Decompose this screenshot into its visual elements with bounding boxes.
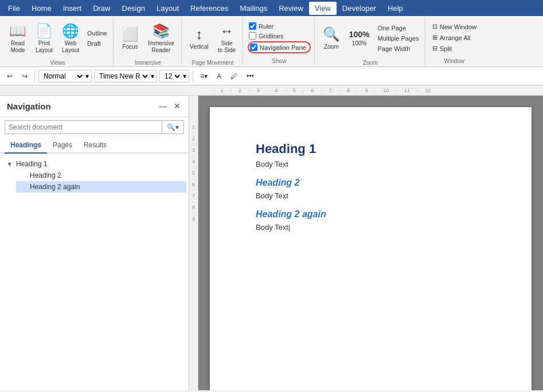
document-area[interactable]: Heading 1 Body Text Heading 2 Body Text …: [198, 96, 543, 390]
arrange-all-button[interactable]: ⊞ Arrange All: [430, 33, 479, 42]
draft-button[interactable]: Draft: [85, 39, 110, 48]
more-icon: •••: [247, 72, 254, 80]
size-selector[interactable]: 12 10 14 ▾: [159, 70, 189, 83]
navigation-pane-close-icon[interactable]: ✕: [173, 100, 182, 112]
window-small-buttons: ⊡ New Window ⊞ Arrange All ⊟ Split: [430, 22, 479, 53]
side-to-side-button[interactable]: ↔ Sideto Side: [214, 18, 239, 58]
web-layout-icon: 🌐: [62, 23, 79, 39]
redo-button[interactable]: ↪: [18, 71, 31, 81]
menu-insert[interactable]: Insert: [57, 2, 88, 15]
navigation-pane: Navigation — ✕ 🔍▾ Headings Pages Results…: [0, 96, 189, 390]
font-selector[interactable]: Times New R Calibri Arial ▾: [94, 70, 157, 83]
menu-developer[interactable]: Developer: [337, 2, 382, 15]
style-selector[interactable]: Normal Heading 1 Heading 2 ▾: [38, 70, 92, 83]
doc-body-2: Body Text: [256, 191, 486, 200]
new-window-button[interactable]: ⊡ New Window: [430, 22, 479, 32]
immersive-reader-button[interactable]: 📚 ImmersiveReader: [144, 18, 178, 58]
zoom-100-button[interactable]: 100% 100%: [346, 18, 373, 58]
menu-review[interactable]: Review: [273, 2, 309, 15]
undo-icon: ↩: [7, 72, 13, 80]
immersive-group-label: Immersive: [135, 58, 161, 66]
navigation-pane-collapse-icon[interactable]: —: [158, 100, 168, 112]
ruler-checkbox-label: Ruler: [259, 23, 274, 30]
section-3: Heading 2 again Body Text: [256, 209, 486, 232]
ruler-checkbox[interactable]: [249, 22, 256, 30]
read-mode-icon: 📖: [9, 23, 26, 39]
page-width-button[interactable]: Page Width: [376, 44, 421, 53]
print-layout-button[interactable]: 📄 PrintLayout: [32, 18, 56, 58]
print-layout-icon: 📄: [36, 23, 53, 39]
arrange-all-label: Arrange All: [440, 34, 471, 41]
views-group-label: Views: [50, 58, 65, 66]
font-select[interactable]: Times New R Calibri Arial: [97, 72, 150, 81]
menu-draw[interactable]: Draw: [87, 2, 116, 15]
highlight-icon: 🖊: [231, 72, 237, 80]
toolbar-sep-1: [34, 70, 35, 82]
more-toolbar-button[interactable]: •••: [243, 71, 257, 81]
outline-button[interactable]: Outline: [85, 29, 110, 38]
menu-references[interactable]: References: [185, 2, 234, 15]
zoom-label: Zoom: [324, 44, 339, 50]
vertical-ruler: 1·2·3· 4·5·6· 7·8·9: [189, 96, 198, 390]
ribbon-group-views: 📖 ReadMode 📄 PrintLayout 🌐 WebLayout Out…: [2, 17, 114, 65]
horizontal-ruler: ·1·2·3· 4·5·6· 7·8·9· 10·11·12: [0, 85, 543, 96]
size-select[interactable]: 12 10 14: [162, 72, 182, 81]
document-page[interactable]: Heading 1 Body Text Heading 2 Body Text …: [210, 107, 532, 390]
menu-mailings[interactable]: Mailings: [235, 2, 274, 15]
split-label: Split: [440, 45, 452, 52]
zoom-button[interactable]: 🔍 Zoom: [319, 18, 343, 58]
views-small-buttons: Outline Draft: [85, 29, 110, 48]
one-page-label: One Page: [378, 25, 407, 32]
page-movement-group-label: Page Movement: [192, 58, 234, 66]
navigation-pane-checkbox-item[interactable]: Navigation Pane: [248, 41, 311, 53]
tab-pages[interactable]: Pages: [47, 138, 78, 154]
zoom-icon: 🔍: [323, 26, 340, 42]
read-mode-button[interactable]: 📖 ReadMode: [6, 18, 30, 58]
menu-layout[interactable]: Layout: [151, 2, 185, 15]
ribbon: 📖 ReadMode 📄 PrintLayout 🌐 WebLayout Out…: [0, 16, 543, 67]
font-color-button[interactable]: A: [213, 71, 225, 81]
gridlines-checkbox[interactable]: [249, 32, 256, 40]
highlight-button[interactable]: 🖊: [227, 71, 241, 81]
nav-item-heading2-again[interactable]: Heading 2 again: [16, 181, 186, 193]
doc-body-1: Body Text: [256, 160, 486, 168]
focus-icon: ⬜: [122, 26, 139, 42]
format-options-icon: ≡▾: [200, 72, 208, 80]
page-width-label: Page Width: [378, 45, 411, 52]
web-layout-button[interactable]: 🌐 WebLayout: [58, 18, 83, 58]
outline-label: Outline: [87, 30, 107, 37]
menu-help[interactable]: Help: [382, 2, 409, 15]
one-page-button[interactable]: One Page: [376, 23, 421, 33]
search-button[interactable]: 🔍▾: [162, 121, 183, 134]
doc-body-3[interactable]: Body Text: [256, 223, 486, 232]
nav-item-heading1[interactable]: ▼ Heading 1: [2, 158, 186, 170]
undo-button[interactable]: ↩: [3, 71, 16, 81]
zoom-group-label: Zoom: [363, 58, 378, 66]
style-select[interactable]: Normal Heading 1 Heading 2: [41, 72, 84, 81]
menu-home[interactable]: Home: [26, 2, 57, 15]
style-dropdown-icon: ▾: [85, 72, 89, 80]
heading2-label: Heading 2: [30, 171, 184, 179]
draft-label: Draft: [87, 40, 101, 47]
search-input[interactable]: [5, 121, 162, 134]
doc-heading2-again: Heading 2 again: [256, 209, 486, 219]
navigation-search[interactable]: 🔍▾: [5, 120, 184, 134]
focus-button[interactable]: ⬜ Focus: [118, 18, 142, 58]
ruler-checkbox-item[interactable]: Ruler: [248, 22, 311, 30]
multiple-pages-button[interactable]: Multiple Pages: [376, 34, 421, 43]
gridlines-checkbox-item[interactable]: Gridlines: [248, 32, 311, 40]
vertical-button[interactable]: ↕ Vertical: [186, 18, 212, 58]
menu-view[interactable]: View: [309, 2, 337, 15]
tab-headings[interactable]: Headings: [5, 138, 47, 154]
nav-item-heading2[interactable]: Heading 2: [16, 170, 186, 181]
menu-file[interactable]: File: [2, 2, 26, 15]
heading1-toggle-icon[interactable]: ▼: [7, 161, 16, 167]
new-window-icon: ⊡: [432, 23, 437, 30]
menu-design[interactable]: Design: [116, 2, 151, 15]
tab-results[interactable]: Results: [78, 138, 112, 154]
main-area: Navigation — ✕ 🔍▾ Headings Pages Results…: [0, 96, 543, 390]
read-mode-label: ReadMode: [10, 40, 25, 54]
navigation-pane-checkbox[interactable]: [250, 44, 257, 51]
format-options-button[interactable]: ≡▾: [197, 71, 211, 81]
split-button[interactable]: ⊟ Split: [430, 44, 479, 53]
